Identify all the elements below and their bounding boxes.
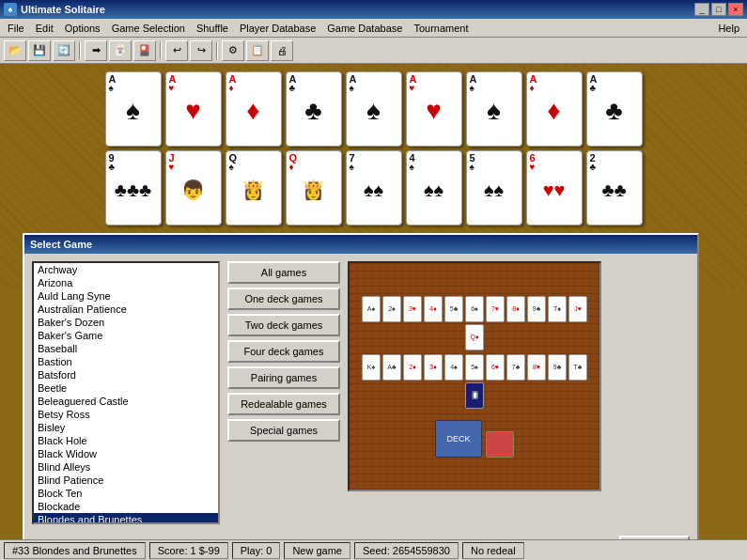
card-a-spades[interactable]: A ♠ ♠	[105, 71, 162, 147]
card-5-spades[interactable]: 5 ♠ ♠♠	[466, 150, 522, 226]
preview-card: 4♦	[424, 296, 443, 322]
minimize-button[interactable]: _	[694, 3, 709, 16]
select-game-dialog: Select Game ArchwayArizonaAuld Lang Syne…	[23, 233, 699, 560]
game-list-item[interactable]: Blind Patience	[34, 474, 218, 487]
close-button[interactable]: ×	[728, 3, 743, 16]
game-list-item[interactable]: Black Widow	[34, 447, 218, 460]
preview-card: 8♦	[506, 296, 525, 322]
toolbar-card2[interactable]: 🎴	[133, 40, 156, 61]
game-list-item[interactable]: Baker's Game	[34, 329, 218, 342]
game-list-container[interactable]: ArchwayArizonaAuld Lang SyneAustralian P…	[32, 261, 220, 524]
game-list-item[interactable]: Australian Patience	[34, 303, 218, 316]
app-icon: ♠	[4, 3, 17, 16]
game-list-item[interactable]: Bisley	[34, 421, 218, 434]
filter-all-games[interactable]: All games	[227, 261, 340, 284]
filter-special[interactable]: Special games	[227, 419, 340, 442]
game-list-item[interactable]: Blind Alleys	[34, 460, 218, 474]
menu-game-selection[interactable]: Game Selection	[106, 21, 191, 36]
card-a-hearts2[interactable]: A ♥ ♥	[406, 71, 462, 147]
game-list[interactable]: ArchwayArizonaAuld Lang SyneAustralian P…	[34, 263, 218, 522]
maximize-button[interactable]: □	[711, 3, 726, 16]
game-list-item[interactable]: Beleaguered Castle	[34, 395, 218, 408]
toolbar-forward[interactable]: ➡	[85, 40, 107, 61]
preview-card: 7♣	[506, 354, 525, 381]
card-a-diamonds2[interactable]: A ♦ ♦	[526, 71, 583, 147]
toolbar-print[interactable]: 🖨	[271, 40, 293, 61]
menu-player-database[interactable]: Player Database	[234, 21, 321, 36]
preview-card: 9♣	[527, 296, 546, 322]
card-a-hearts[interactable]: A ♥ ♥	[165, 71, 222, 147]
card-a-diamonds[interactable]: A ♦ ♦	[226, 71, 282, 147]
menu-shuffle[interactable]: Shuffle	[191, 21, 234, 36]
toolbar-card1[interactable]: 🃏	[109, 40, 132, 61]
game-list-item[interactable]: Baseball	[34, 342, 218, 355]
toolbar-sep2	[160, 42, 162, 59]
preview-card: 3♥	[403, 296, 422, 322]
menu-game-database[interactable]: Game Database	[321, 21, 408, 36]
card-9-clubs[interactable]: 9 ♣ ♣♣♣	[105, 150, 162, 226]
game-list-item[interactable]: Black Hole	[34, 434, 218, 447]
preview-card: T♣	[568, 354, 587, 381]
toolbar-redo[interactable]: ↪	[190, 40, 212, 61]
game-preview: A♠ 2♠ 3♥ 4♦ 5♣ 6♠ 7♥ 8♦ 9♣ T♠ J♥ Q♦	[348, 261, 601, 491]
app-title: Ultimate Solitaire	[21, 4, 105, 15]
cards-row2: 9 ♣ ♣♣♣ J ♥ 👦 Q ♠ 👸 Q ♦ 👸 7 ♠ ♠♠ 4 ♠ ♠♠	[0, 150, 747, 226]
preview-card: 9♣	[548, 354, 567, 381]
toolbar-save[interactable]: 💾	[28, 40, 51, 61]
preview-card: 8♥	[527, 354, 546, 381]
card-6-hearts[interactable]: 6 ♥ ♥♥	[526, 150, 583, 226]
game-list-item[interactable]: Baker's Dozen	[34, 316, 218, 329]
menu-tournament[interactable]: Tournament	[408, 21, 474, 36]
filter-redealable[interactable]: Redealable games	[227, 393, 340, 415]
preview-card: 5♠	[465, 354, 484, 381]
game-list-item[interactable]: Arizona	[34, 276, 218, 289]
filter-four-deck[interactable]: Four deck games	[227, 340, 340, 363]
toolbar-settings[interactable]: ⚙	[222, 40, 244, 61]
card-q-diamonds[interactable]: Q ♦ 👸	[286, 150, 342, 226]
filter-two-deck[interactable]: Two deck games	[227, 314, 340, 336]
game-list-item[interactable]: Blockade	[34, 500, 218, 513]
filter-buttons: All games One deck games Two deck games …	[227, 261, 340, 524]
preview-card: 7♥	[486, 296, 505, 322]
preview-card: J♥	[568, 296, 587, 322]
game-list-item[interactable]: Archway	[34, 263, 218, 276]
status-score: Score: 1 $-99	[149, 542, 228, 559]
game-list-item[interactable]: Block Ten	[34, 487, 218, 500]
status-bar: #33 Blondes and Brunettes Score: 1 $-99 …	[0, 539, 747, 560]
menu-edit[interactable]: Edit	[30, 21, 59, 36]
cards-row1: A ♠ ♠ A ♥ ♥ A ♦ ♦ A ♣ ♣ A ♠ ♠ A ♥ ♥	[0, 64, 747, 147]
toolbar-undo[interactable]: ↩	[165, 40, 188, 61]
preview-card: 3♦	[424, 354, 443, 381]
game-list-item[interactable]: Batsford	[34, 368, 218, 381]
menu-bar: File Edit Options Game Selection Shuffle…	[0, 19, 747, 38]
preview-discard	[486, 431, 514, 458]
game-list-item[interactable]: Blondes and Brunettes	[34, 513, 218, 522]
game-list-item[interactable]: Bastion	[34, 355, 218, 368]
menu-options[interactable]: Options	[59, 21, 106, 36]
preview-card: A♣	[382, 354, 401, 381]
game-list-item[interactable]: Beetle	[34, 381, 218, 395]
toolbar-sep1	[79, 42, 81, 59]
card-q-spades[interactable]: Q ♠ 👸	[226, 150, 282, 226]
filter-pairing[interactable]: Pairing games	[227, 366, 340, 389]
preview-stack: DECK	[435, 420, 482, 458]
title-bar: ♠ Ultimate Solitaire _ □ ×	[0, 0, 747, 19]
card-a-spades2[interactable]: A ♠ ♠	[346, 71, 402, 147]
toolbar: 📂 💾 🔄 ➡ 🃏 🎴 ↩ ↪ ⚙ 📋 🖨	[0, 38, 747, 64]
menu-help[interactable]: Help	[712, 21, 745, 36]
card-4-spades[interactable]: 4 ♠ ♠♠	[406, 150, 462, 226]
toolbar-new[interactable]: 🔄	[53, 40, 75, 61]
game-list-item[interactable]: Auld Lang Syne	[34, 289, 218, 303]
card-a-spades3[interactable]: A ♠ ♠	[466, 71, 522, 147]
card-a-clubs[interactable]: A ♣ ♣	[286, 71, 342, 147]
card-a-clubs2[interactable]: A ♣ ♣	[586, 71, 643, 147]
toolbar-open[interactable]: 📂	[4, 40, 26, 61]
card-2-clubs[interactable]: 2 ♣ ♣♣	[586, 150, 643, 226]
toolbar-stats[interactable]: 📋	[246, 40, 269, 61]
menu-file[interactable]: File	[2, 21, 30, 36]
card-j-hearts[interactable]: J ♥ 👦	[165, 150, 222, 226]
game-list-item[interactable]: Betsy Ross	[34, 408, 218, 421]
preview-card: Q♦	[465, 324, 484, 350]
card-7-spades[interactable]: 7 ♠ ♠♠	[346, 150, 402, 226]
filter-one-deck[interactable]: One deck games	[227, 288, 340, 310]
